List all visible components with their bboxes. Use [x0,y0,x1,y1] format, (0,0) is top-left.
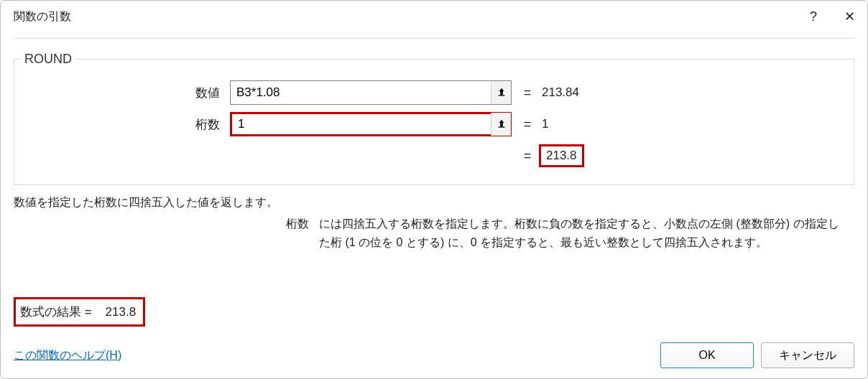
window-title: 関数の引数 [14,9,71,24]
collapse-icon [497,118,507,131]
function-help-link[interactable]: この関数のヘルプ(H) [14,348,121,363]
collapse-dialog-button-number[interactable] [491,81,511,104]
formula-result-value: 213.8 [106,305,137,319]
argument-help: 桁数 には四捨五入する桁数を指定します。桁数に負の数を指定すると、小数点の左側 … [14,215,854,251]
ok-button[interactable]: OK [660,342,754,368]
titlebar: 関数の引数 ? ✕ [1,1,867,32]
equals-sign: = [512,117,536,132]
help-icon: ? [810,9,817,24]
function-name: ROUND [20,52,76,67]
arg-label-digits: 桁数 [22,116,230,133]
collapse-dialog-button-digits[interactable] [491,113,511,136]
cancel-button[interactable]: キャンセル [761,342,854,368]
bottom-bar: 数式の結果 = 213.8 この関数のヘルプ(H) OK キャンセル [14,297,854,368]
arg-row-digits: 桁数 = 1 [22,108,846,140]
equals-sign: = [512,149,536,164]
argument-help-label: 桁数 [14,215,319,251]
function-description: 数値を指定した桁数に四捨五入した値を返します。 [14,195,854,210]
close-button[interactable]: ✕ [831,1,867,32]
close-icon: ✕ [844,9,855,24]
preview-value: 213.8 [542,147,581,164]
preview-value-wrap: 213.8 [536,147,581,164]
preview-row: = 213.8 [22,140,846,172]
arguments-group: ROUND 数値 = 213.84 [14,52,854,185]
formula-result-line: 数式の結果 = 213.8 [14,297,854,327]
arg-input-wrap-number [230,80,512,105]
arg-result-digits: 1 [536,117,548,131]
formula-result-label: 数式の結果 = [20,305,92,319]
svg-rect-0 [498,95,504,95]
arg-row-number: 数値 = 213.84 [22,77,846,108]
arg-label-number: 数値 [22,85,230,101]
function-arguments-dialog: 関数の引数 ? ✕ ROUND 数値 [0,0,868,379]
collapse-icon [497,87,507,99]
arg-input-digits[interactable] [230,112,512,136]
content-area: ROUND 数値 = 213.84 [14,38,854,251]
argument-help-text: には四捨五入する桁数を指定します。桁数に負の数を指定すると、小数点の左側 (整数… [319,215,854,251]
arg-input-number[interactable] [230,80,512,105]
svg-rect-1 [498,126,504,127]
help-button[interactable]: ? [795,1,831,32]
arg-input-wrap-digits [230,112,512,136]
arg-result-number: 213.84 [536,85,579,100]
equals-sign: = [512,85,536,100]
